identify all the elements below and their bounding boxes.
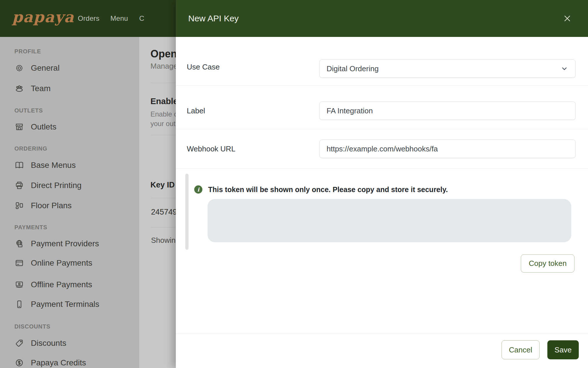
row-divider bbox=[176, 85, 588, 86]
copy-token-button[interactable]: Copy token bbox=[521, 254, 574, 273]
use-case-label: Use Case bbox=[187, 63, 220, 71]
drawer-header: New API Key bbox=[176, 0, 588, 37]
save-button[interactable]: Save bbox=[547, 340, 579, 359]
label-field-label: Label bbox=[187, 106, 205, 115]
token-value-box bbox=[208, 199, 571, 242]
label-input[interactable] bbox=[319, 102, 576, 120]
new-api-key-drawer: New API Key Use Case Digital Ordering La… bbox=[176, 0, 588, 368]
close-icon[interactable] bbox=[561, 13, 573, 24]
use-case-value: Digital Ordering bbox=[327, 64, 379, 73]
info-icon: i bbox=[193, 185, 203, 194]
webhook-url-input[interactable] bbox=[319, 140, 576, 158]
drawer-title: New API Key bbox=[188, 14, 239, 23]
use-case-select[interactable]: Digital Ordering bbox=[319, 59, 576, 78]
chevron-down-icon bbox=[560, 65, 568, 73]
token-notice: This token will be shown only once. Plea… bbox=[208, 185, 448, 194]
footer-divider bbox=[176, 334, 588, 334]
webhook-url-label: Webhook URL bbox=[187, 144, 235, 153]
cancel-button[interactable]: Cancel bbox=[502, 340, 540, 359]
row-divider-2 bbox=[176, 129, 588, 129]
token-section-accent-bar bbox=[185, 174, 189, 250]
row-divider-3 bbox=[176, 168, 588, 169]
